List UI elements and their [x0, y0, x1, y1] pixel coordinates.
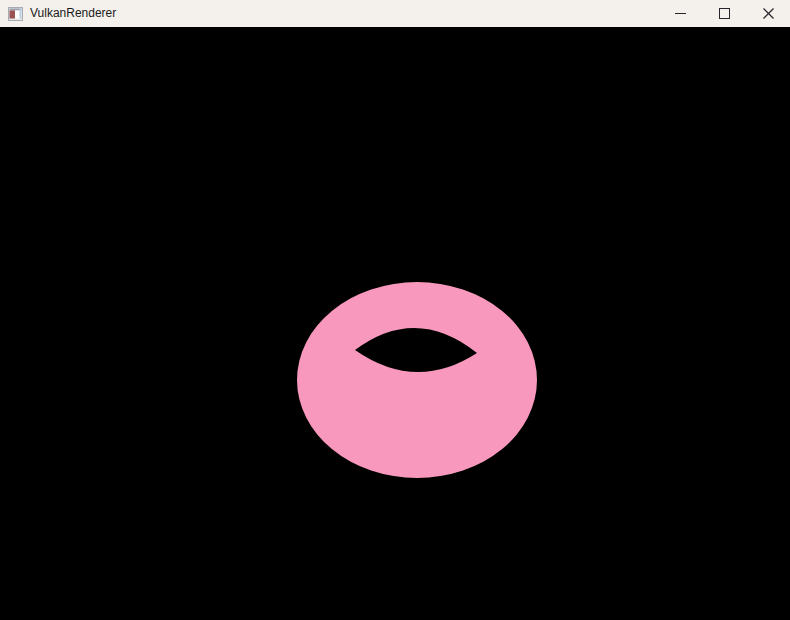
minimize-icon	[675, 13, 686, 14]
torus-mesh	[297, 282, 537, 478]
minimize-button[interactable]	[658, 0, 702, 27]
app-icon	[8, 6, 24, 22]
caption-button-group	[658, 0, 790, 27]
maximize-button[interactable]	[702, 0, 746, 27]
render-viewport[interactable]	[0, 27, 790, 620]
render-canvas	[0, 27, 790, 620]
window-title: VulkanRenderer	[30, 0, 116, 27]
app-window: VulkanRenderer	[0, 0, 790, 620]
close-button[interactable]	[746, 0, 790, 27]
maximize-icon	[719, 8, 730, 19]
close-icon	[763, 8, 774, 19]
title-bar[interactable]: VulkanRenderer	[0, 0, 790, 27]
